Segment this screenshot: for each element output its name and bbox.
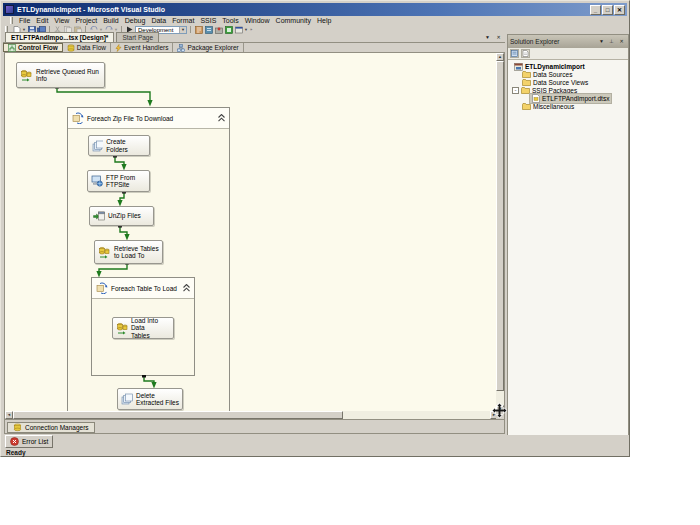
tab-package-design[interactable]: ETLFTPAndImpo...tsx [Design]* [5,32,114,42]
task-label: Retrieve Queued Run Info [36,68,99,83]
panel-title: Solution Explorer [510,38,560,45]
tab-control-flow[interactable]: Control Flow [3,43,63,52]
menu-ssis[interactable]: SSIS [197,17,219,24]
menu-build[interactable]: Build [100,17,122,24]
tree-collapse-icon[interactable]: - [512,87,519,94]
menu-format[interactable]: Format [169,17,197,24]
designer-tab-strip: Control Flow Data Flow Event Handlers Pa… [3,43,506,52]
other-windows-button[interactable] [234,26,243,34]
menu-file[interactable]: File [16,17,33,24]
tray-tab-label: Connection Managers [25,424,89,431]
menu-debug[interactable]: Debug [122,17,149,24]
task-load-into-data-tables[interactable]: Load Into Data Tables [112,317,174,339]
task-label: Retrieve Tables to Load To [114,245,159,260]
menu-data[interactable]: Data [148,17,169,24]
menu-community[interactable]: Community [273,17,314,24]
task-label: Load Into Data Tables [131,317,170,339]
toolbox-toolbar-icon[interactable] [214,26,223,34]
status-text: Ready [6,449,26,456]
visual-studio-window: ETLDynamicImport - Microsoft Visual Stud… [0,0,630,457]
tree-item-label: Miscellaneous [533,103,574,110]
properties-window-toolbar-icon[interactable] [204,26,213,34]
task-unzip-files[interactable]: UnZip Files [89,206,154,226]
file-system-task-icon [92,140,103,152]
connection-managers-tab[interactable]: Connection Managers [7,422,95,433]
solution-explorer-panel: Solution Explorer ▼ ⊥ ✕ ETLDynamicImport… [507,34,629,436]
event-handlers-icon [115,44,122,52]
task-create-folders[interactable]: Create Folders [88,135,150,156]
document-tab-strip: ETLFTPAndImpo...tsx [Design]* Start Page… [3,34,506,43]
properties-icon[interactable] [510,49,519,58]
task-label: FTP From FTPSite [106,174,135,189]
folder-icon [521,87,530,94]
toolbar-overflow-icon[interactable]: » [249,27,253,32]
title-bar: ETLDynamicImport - Microsoft Visual Stud… [3,3,627,16]
combo-dropdown-icon[interactable]: ▼ [179,27,186,33]
precedence-connectors [5,53,498,413]
folder-icon [522,103,531,110]
tab-start-page[interactable]: Start Page [116,32,159,42]
tab-close-icon[interactable]: ✕ [494,33,503,41]
mouse-cursor [492,403,507,422]
package-explorer-icon [177,44,185,52]
tree-item-label: Data Sources [533,71,572,78]
start-page-toolbar-icon[interactable] [224,26,233,34]
error-list-label: Error List [22,438,48,445]
window-position-dropdown-icon[interactable]: ▼ [597,37,606,46]
tree-item-label: Data Source Views [533,79,588,86]
connection-manager-icon [13,423,22,432]
connection-managers-tray: Connection Managers [4,420,505,434]
auto-hide-pin-icon[interactable]: ⊥ [607,37,616,46]
tab-data-flow[interactable]: Data Flow [63,43,111,52]
solution-explorer-titlebar[interactable]: Solution Explorer ▼ ⊥ ✕ [508,35,628,48]
task-label: Delete Extracted Files [136,392,179,407]
tab-label: Control Flow [18,44,58,51]
horizontal-scroll-thumb[interactable] [13,411,343,419]
toolbar-grip[interactable] [10,17,13,24]
minimize-icon[interactable]: _ [590,5,601,15]
vertical-scroll-thumb[interactable] [496,61,504,391]
control-flow-canvas[interactable]: Foreach Zip File To Download Foreach Tab… [4,52,505,420]
menu-view[interactable]: View [51,17,72,24]
tree-item-miscellaneous[interactable]: Miscellaneous [522,102,574,111]
close-icon[interactable]: ✕ [614,5,625,15]
execute-sql-task-icon [98,246,111,259]
vertical-scrollbar[interactable]: ▲ ▼ [496,53,504,413]
solution-explorer-toolbar-icon[interactable] [194,26,203,34]
control-flow-icon [8,44,16,52]
error-list-bar: Error List [3,435,629,448]
scroll-left-icon[interactable]: ◄ [5,411,13,419]
menu-edit[interactable]: Edit [33,17,51,24]
task-ftp-from-ftpsite[interactable]: FTP From FTPSite [87,170,150,192]
tree-item-label: SSIS Packages [532,87,577,94]
task-retrieve-tables-to-load-to[interactable]: Retrieve Tables to Load To [94,240,163,264]
folder-icon [522,71,531,78]
menu-bar: File Edit View Project Build Debug Data … [3,16,627,25]
execute-sql-task-icon [116,322,128,335]
tab-package-explorer[interactable]: Package Explorer [173,43,243,52]
status-bar: Ready [3,448,629,456]
menu-window[interactable]: Window [242,17,273,24]
task-delete-extracted-files[interactable]: Delete Extracted Files [117,388,183,410]
scroll-up-icon[interactable]: ▲ [496,53,504,61]
tab-label: Package Explorer [187,44,238,51]
horizontal-scrollbar[interactable]: ◄ ► [5,411,498,419]
tab-label: Event Handlers [124,44,168,51]
show-all-files-icon[interactable] [521,49,530,58]
window-title: ETLDynamicImport - Microsoft Visual Stud… [17,6,165,13]
panel-close-icon[interactable]: ✕ [617,37,626,46]
tree-item-label: ETLFTPAndImport.dtsx [542,95,609,102]
file-system-task-icon [121,393,133,405]
other-windows-dropdown-icon[interactable]: ▼ [244,27,248,32]
menu-help[interactable]: Help [314,17,334,24]
ftp-task-icon [91,175,103,187]
error-list-button[interactable]: Error List [5,435,53,448]
folder-icon [522,79,531,86]
menu-tools[interactable]: Tools [219,17,241,24]
tab-list-dropdown-icon[interactable]: ▼ [483,33,492,41]
task-retrieve-queued-run-info[interactable]: Retrieve Queued Run Info [16,62,105,88]
menu-project[interactable]: Project [72,17,100,24]
tab-event-handlers[interactable]: Event Handlers [111,43,173,52]
visual-studio-icon [5,5,14,14]
maximize-icon[interactable]: □ [602,5,613,15]
